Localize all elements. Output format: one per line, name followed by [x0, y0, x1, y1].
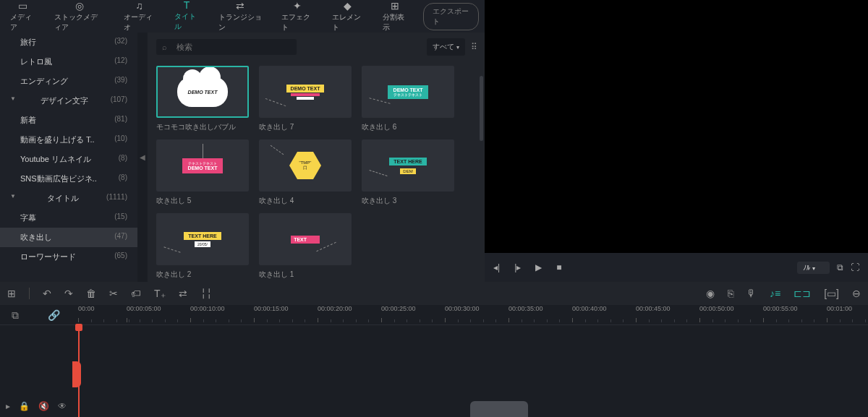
- thumbnail-item[interactable]: DEMO TEXTテキストテキスト吹き出し 6: [362, 66, 454, 132]
- sidebar-item-youtube[interactable]: Youtube リムネイル(8): [0, 150, 137, 169]
- stock-icon: ◎: [75, 1, 84, 11]
- tab-transition[interactable]: ⇄トランジション: [214, 0, 266, 35]
- lock-icon[interactable]: 🔒: [19, 401, 30, 411]
- tab-title[interactable]: Tタイトル: [170, 0, 203, 36]
- ruler-tick: 00:00: [78, 305, 95, 312]
- ruler-tick: 00:01:00: [827, 305, 852, 312]
- sidebar-item-sns[interactable]: SNS動画広告ビジネ..(8): [0, 169, 137, 189]
- timeline-tracks[interactable]: ▸ 🔒 🔇 👁: [0, 325, 868, 417]
- ruler-tick: 00:00:35:00: [509, 305, 543, 312]
- filter-dropdown[interactable]: すべて ▾: [427, 38, 465, 56]
- meter-icon[interactable]: ╎╎: [200, 288, 212, 299]
- search-input[interactable]: [156, 39, 297, 55]
- play-button[interactable]: ▶: [535, 262, 542, 272]
- export-button[interactable]: エクスポート: [423, 3, 480, 30]
- panel-resize-handle[interactable]: [470, 401, 528, 417]
- mute-icon[interactable]: 🔇: [38, 401, 49, 411]
- thumbnail-item[interactable]: TEXT HERE20/05/吹き出し 2: [156, 213, 249, 280]
- ruler-tick: 00:00:05:00: [127, 305, 161, 312]
- tab-audio[interactable]: ♫オーディオ: [119, 0, 159, 35]
- ruler-tick: 00:00:25:00: [381, 305, 416, 312]
- copy-icon[interactable]: ⧉: [12, 309, 19, 322]
- thumbnail-caption: 吹き出し 6: [362, 122, 454, 132]
- thumbnail-item[interactable]: TEXT 吹き出し 1: [259, 213, 352, 280]
- sidebar-item-subtitle[interactable]: 字幕(15): [0, 208, 137, 228]
- effect-icon: ✦: [293, 1, 302, 11]
- tab-element[interactable]: ◆エレメント: [328, 0, 367, 35]
- thumbnail-caption: 吹き出し 5: [156, 196, 249, 206]
- sidebar-item-travel[interactable]: 旅行(32): [0, 33, 137, 52]
- record-icon[interactable]: ◉: [706, 288, 715, 299]
- mixer-icon[interactable]: ♪≡: [770, 288, 780, 299]
- tab-media[interactable]: ▭メディア: [6, 0, 39, 35]
- adjust-icon[interactable]: ⇄: [179, 288, 187, 299]
- link-icon[interactable]: 🔗: [48, 309, 60, 321]
- ruler-tick: 00:00:55:00: [763, 305, 798, 312]
- timeline-toolbar: ⊞ ↶ ↷ 🗑 ✂ 🏷 T₊ ⇄ ╎╎ ◉ ⎘ 🎙 ♪≡ ⊏⊐ [▭] ⊖: [0, 282, 868, 305]
- sidebar-item-ending[interactable]: エンディング(39): [0, 72, 137, 91]
- audio-icon: ♫: [135, 1, 143, 11]
- thumbnail-caption: 吹き出し 3: [362, 196, 454, 206]
- split-icon: ⊞: [391, 1, 399, 11]
- thumbnail-item[interactable]: DEMO TEXTモコモコ吹き出しバブル: [156, 66, 249, 132]
- cut-button[interactable]: ✂: [109, 288, 118, 299]
- thumbnail-caption: モコモコ吹き出しバブル: [156, 122, 249, 132]
- snapshot-button[interactable]: ⧉: [837, 262, 843, 272]
- sidebar-item-boost[interactable]: 動画を盛り上げる T..(10): [0, 130, 137, 150]
- sidebar-item-callout[interactable]: 吹き出し(47): [0, 228, 137, 247]
- top-tabs: ▭メディア ◎ストックメディア ♫オーディオ Tタイトル ⇄トランジション ✦エ…: [0, 0, 485, 33]
- thumbnail-caption: 吹き出し 4: [259, 196, 352, 206]
- tab-effect[interactable]: ✦エフェクト: [277, 0, 317, 35]
- redo-button[interactable]: ↷: [64, 288, 73, 299]
- tag-icon[interactable]: 🏷: [131, 288, 141, 299]
- text-add-button[interactable]: T₊: [154, 288, 166, 299]
- zoom-out-icon[interactable]: ⊖: [852, 288, 861, 299]
- mic-icon[interactable]: 🎙: [746, 288, 757, 299]
- tab-split[interactable]: ⊞分割表示: [378, 0, 412, 35]
- ruler-tick: 00:00:45:00: [636, 305, 671, 312]
- ruler-tick: 00:00:20:00: [318, 305, 352, 312]
- title-icon: T: [184, 0, 190, 10]
- sidebar-item-retro[interactable]: レトロ風(12): [0, 52, 137, 72]
- media-icon: ▭: [18, 1, 27, 11]
- clip[interactable]: [72, 361, 81, 387]
- preview-panel: ◂| |▸ ▶ ■ ﾉﾙ ▾ ⧉ ⛶: [485, 0, 868, 282]
- grid-view-icon[interactable]: ⠿: [471, 42, 476, 52]
- search-icon: ⌕: [162, 43, 167, 51]
- collapse-sidebar-handle[interactable]: ◀: [137, 33, 148, 282]
- sidebar-item-new[interactable]: 新着(81): [0, 111, 137, 130]
- snap-icon[interactable]: ⊏⊐: [793, 288, 811, 299]
- thumbnail-item[interactable]: TEXT HEREDEM吹き出し 3: [362, 139, 454, 206]
- layout-icon[interactable]: ⊞: [7, 288, 16, 299]
- timeline-ruler[interactable]: ⧉ 🔗 00:0000:00:05:0000:00:10:0000:00:15:…: [0, 305, 868, 325]
- thumbnail-caption: 吹き出し 7: [259, 122, 352, 132]
- thumbnail-caption: 吹き出し 1: [259, 270, 352, 280]
- thumbnail-item[interactable]: "TMP"口吹き出し 4: [259, 139, 352, 206]
- track-settings-icon[interactable]: ▸: [6, 401, 10, 411]
- tab-stock[interactable]: ◎ストックメディア: [50, 0, 109, 35]
- transition-icon: ⇄: [236, 1, 244, 11]
- chevron-down-icon: ▾: [456, 44, 459, 51]
- fullscreen-button[interactable]: ⛶: [851, 262, 859, 272]
- quality-select[interactable]: ﾉﾙ ▾: [797, 262, 830, 274]
- sidebar-group-design[interactable]: デザイン文字(107): [0, 91, 137, 111]
- undo-button[interactable]: ↶: [43, 288, 51, 299]
- sidebar-group-title[interactable]: タイトル(1111): [0, 189, 137, 208]
- ruler-tick: 00:00:10:00: [190, 305, 225, 312]
- ruler-tick: 00:00:30:00: [445, 305, 480, 312]
- fit-icon[interactable]: [▭]: [824, 288, 839, 299]
- thumbnail-item[interactable]: DEMO TEXT吹き出し 7: [259, 66, 352, 132]
- sidebar-item-lowerthird[interactable]: ローワーサード(65): [0, 247, 137, 267]
- scrollbar-thumb[interactable]: [480, 76, 483, 141]
- preview-video[interactable]: [485, 0, 868, 253]
- thumbnail-item[interactable]: テキストテキストDEMO TEXT吹き出し 5: [156, 139, 249, 206]
- element-icon: ◆: [344, 1, 352, 11]
- visibility-icon[interactable]: 👁: [58, 401, 67, 411]
- delete-button[interactable]: 🗑: [86, 288, 96, 299]
- marker-icon[interactable]: ⎘: [728, 288, 733, 299]
- category-sidebar: 旅行(32) レトロ風(12) エンディング(39) デザイン文字(107) 新…: [0, 33, 137, 282]
- next-frame-button[interactable]: |▸: [514, 262, 521, 272]
- prev-frame-button[interactable]: ◂|: [493, 262, 500, 272]
- thumbnail-grid: DEMO TEXTモコモコ吹き出しバブルDEMO TEXT吹き出し 7DEMO …: [148, 61, 485, 282]
- stop-button[interactable]: ■: [556, 262, 561, 272]
